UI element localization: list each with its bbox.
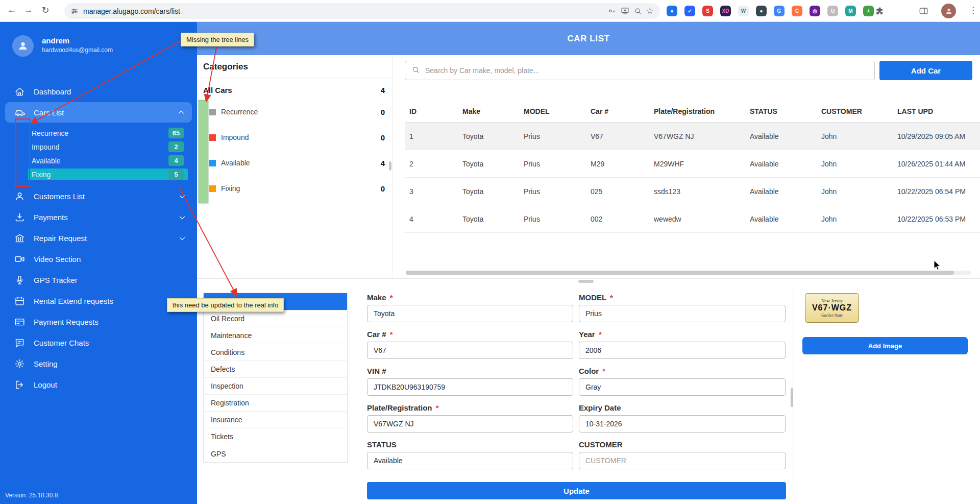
extension-icon-5[interactable]: W: [738, 6, 749, 16]
app-header: CAR LIST: [197, 22, 980, 55]
extension-icon-8[interactable]: C: [792, 6, 802, 16]
extension-icon-4[interactable]: XD: [720, 6, 731, 16]
bookmark-star-icon[interactable]: ☆: [646, 7, 654, 15]
detail-tab-tickets[interactable]: Tickets: [204, 428, 347, 445]
sidebar-item-payments[interactable]: Payments: [0, 207, 197, 228]
address-bar[interactable]: manager.alugago.com/cars/list ☆: [64, 3, 660, 19]
user-avatar[interactable]: [12, 35, 34, 57]
table-cell: ssds123: [654, 187, 750, 196]
install-app-icon[interactable]: [621, 7, 629, 15]
sidebar-item-repair-request[interactable]: Repair Request: [0, 228, 197, 249]
detail-tab-defects[interactable]: Defects: [204, 361, 347, 378]
car-image-pane: New Jersey V67·WGZ Garden State Add Imag…: [799, 279, 980, 504]
category-all-cars[interactable]: All Cars 4: [197, 78, 393, 99]
update-button[interactable]: Update: [367, 482, 786, 499]
sidebar-subitem-recurrence[interactable]: Recurrence65: [0, 126, 197, 140]
sidebar-item-label: GPS Tracker: [34, 276, 78, 284]
sidebar-subitem-impound[interactable]: Impound2: [0, 140, 197, 154]
scrollbar-thumb[interactable]: [406, 271, 954, 275]
form-field-color: Color *: [579, 367, 786, 396]
field-input-expiry-date[interactable]: [579, 415, 786, 433]
profile-avatar[interactable]: [941, 4, 956, 18]
field-label: Make *: [367, 293, 573, 303]
detail-tab-maintenance[interactable]: Maintenance: [204, 327, 347, 344]
sidebar-item-video-section[interactable]: Video Section: [0, 249, 197, 270]
version-text: Version: 25.10.30.8: [5, 492, 58, 499]
car-search-box[interactable]: [405, 61, 875, 80]
detail-tab-conditions[interactable]: Conditions: [204, 344, 347, 361]
form-mini-scrollbar[interactable]: [791, 388, 793, 407]
horizontal-scrollbar[interactable]: [406, 271, 971, 275]
table-row-3[interactable]: 3ToyotaPrius025ssds123AvailableJohn10/22…: [405, 178, 980, 205]
extension-icon-3[interactable]: S: [702, 6, 713, 16]
field-input-plate-registration[interactable]: [367, 415, 573, 433]
sidebar-item-dashboard[interactable]: Dashboard: [0, 81, 197, 102]
sidebar-item-customers-list[interactable]: Customers List: [0, 186, 197, 207]
table-cell: 025: [591, 187, 654, 196]
sidebar-item-gps-tracker[interactable]: GPS Tracker: [0, 270, 197, 291]
sidebar-item-setting[interactable]: Setting: [0, 353, 197, 374]
zoom-icon[interactable]: [634, 7, 642, 15]
category-label: Fixing: [221, 184, 381, 193]
table-row-2[interactable]: 2ToyotaPriusM29M29WHFAvailableJohn10/26/…: [405, 150, 980, 178]
search-input[interactable]: [425, 66, 868, 75]
field-input-customer[interactable]: [579, 452, 786, 469]
categories-scrollbar[interactable]: [389, 161, 391, 171]
sidebar-item-label: Setting: [34, 359, 58, 368]
sidebar-subitem-fixing[interactable]: Fixing5: [0, 167, 197, 181]
extension-icon-9[interactable]: ◎: [810, 6, 820, 16]
extension-icon-6[interactable]: ●: [756, 6, 767, 16]
reload-icon[interactable]: ↻: [39, 5, 52, 16]
extension-icon-10[interactable]: U: [827, 6, 838, 16]
field-input-color[interactable]: [579, 378, 786, 396]
subitem-label: Available: [32, 157, 61, 165]
category-item-fixing[interactable]: Fixing0: [197, 176, 393, 201]
url-text: manager.alugago.com/cars/list: [83, 7, 603, 15]
site-settings-icon[interactable]: [70, 7, 79, 15]
detail-tab-oil-record[interactable]: Oil Record: [204, 310, 347, 327]
category-item-impound[interactable]: Impound0: [197, 125, 393, 150]
sidebar-item-logout[interactable]: Logout: [0, 374, 197, 395]
field-input-year[interactable]: [579, 342, 786, 359]
sidebar-subitem-available[interactable]: Available4: [0, 154, 197, 167]
detail-tab-gps[interactable]: GPS: [204, 445, 347, 462]
browser-menu-icon[interactable]: ⋮: [969, 5, 977, 16]
sidebar-item-customer-chats[interactable]: Customer Chats: [0, 332, 197, 353]
split-screen-icon[interactable]: [919, 6, 928, 16]
detail-tab-registration[interactable]: Registration: [204, 395, 347, 412]
sidebar-item-payment-requests[interactable]: Payment Requests: [0, 311, 197, 332]
extensions-puzzle-icon[interactable]: [875, 6, 885, 16]
extension-icon-11[interactable]: M: [845, 6, 856, 16]
category-item-available[interactable]: Available4: [197, 150, 393, 176]
add-image-button[interactable]: Add Image: [802, 337, 968, 354]
required-asterisk: *: [436, 403, 439, 412]
table-cell: John: [821, 187, 897, 196]
license-plate-image[interactable]: New Jersey V67·WGZ Garden State: [805, 293, 859, 323]
extension-icon-1[interactable]: ●: [667, 6, 677, 16]
column-header-make: Make: [462, 107, 524, 115]
sidebar-item-label: Customers List: [34, 192, 85, 201]
category-item-recurrence[interactable]: Recurrence0: [197, 99, 393, 125]
field-input-make[interactable]: [367, 305, 573, 322]
sidebar-item-label: Logout: [34, 380, 57, 389]
table-row-4[interactable]: 4ToyotaPrius002wewedwAvailableJohn10/22/…: [405, 205, 980, 233]
add-car-button[interactable]: Add Car: [879, 61, 972, 80]
table-cell: 002: [591, 215, 654, 223]
extension-icon-7[interactable]: G: [774, 6, 785, 16]
table-row-1[interactable]: 1ToyotaPriusV67V67WGZ NJAvailableJohn10/…: [405, 123, 980, 150]
sidebar-item-cars-list[interactable]: Cars List: [5, 102, 192, 123]
field-input-car[interactable]: [367, 342, 573, 359]
back-icon[interactable]: ←: [5, 5, 18, 15]
field-input-model[interactable]: [579, 305, 786, 322]
detail-tab-inspection[interactable]: Inspection: [204, 378, 347, 395]
field-input-vin[interactable]: [367, 378, 573, 396]
required-asterisk: *: [610, 293, 613, 302]
field-input-status[interactable]: [367, 452, 573, 469]
panel-mini-scrollbar[interactable]: [578, 280, 594, 283]
forward-icon[interactable]: →: [21, 5, 35, 15]
extension-icon-2[interactable]: ✓: [684, 6, 695, 16]
detail-tab-insurance[interactable]: Insurance: [204, 412, 347, 428]
table-header-row: IDMakeMODELCar #Plate/RegistrationSTATUS…: [405, 100, 980, 123]
extension-icon-12[interactable]: +: [863, 6, 874, 16]
password-key-icon[interactable]: [607, 7, 616, 15]
